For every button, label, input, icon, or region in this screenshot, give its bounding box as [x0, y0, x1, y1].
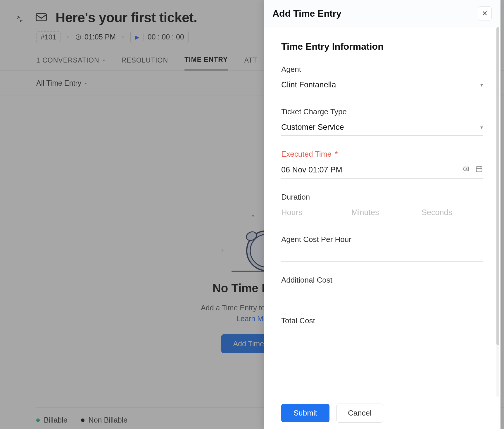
duration-label: Duration [281, 193, 483, 202]
charge-label: Ticket Charge Type [281, 107, 483, 116]
hours-input[interactable] [281, 208, 343, 217]
agent-value: Clint Fontanella [281, 80, 336, 89]
executed-time-value: 06 Nov 01:07 PM [281, 165, 342, 174]
charge-type-field: Ticket Charge Type Customer Service ▾ [281, 107, 483, 136]
agent-cost-label: Agent Cost Per Hour [281, 235, 483, 244]
total-cost-label: Total Cost [281, 316, 483, 325]
agent-cost-field: Agent Cost Per Hour [281, 235, 483, 262]
add-time-entry-panel: Add Time Entry ✕ Time Entry Information … [264, 0, 500, 429]
additional-cost-label: Additional Cost [281, 276, 483, 285]
close-icon: ✕ [482, 9, 488, 18]
executed-time-input[interactable]: 06 Nov 01:07 PM [281, 163, 483, 179]
executed-time-label: Executed Time * [281, 150, 483, 159]
chevron-down-icon: ▾ [480, 82, 483, 88]
seconds-input[interactable] [422, 208, 483, 217]
additional-cost-input[interactable] [281, 289, 483, 302]
clear-input-icon[interactable] [462, 165, 470, 175]
total-cost-field: Total Cost [281, 316, 483, 325]
duration-field: Duration [281, 193, 483, 221]
charge-type-select[interactable]: Customer Service ▾ [281, 121, 483, 136]
executed-time-field: Executed Time * 06 Nov 01:07 PM [281, 150, 483, 179]
charge-value: Customer Service [281, 123, 344, 132]
agent-field: Agent Clint Fontanella ▾ [281, 65, 483, 93]
panel-header: Add Time Entry ✕ [264, 0, 500, 27]
panel-title: Add Time Entry [272, 8, 341, 19]
submit-button[interactable]: Submit [281, 404, 329, 422]
cancel-button[interactable]: Cancel [336, 404, 383, 423]
agent-cost-input[interactable] [281, 249, 483, 261]
chevron-down-icon: ▾ [480, 124, 483, 131]
additional-cost-field: Additional Cost [281, 276, 483, 302]
agent-select[interactable]: Clint Fontanella ▾ [281, 79, 483, 93]
scrollbar-thumb[interactable] [496, 27, 499, 345]
close-button[interactable]: ✕ [478, 6, 492, 20]
required-star-icon: * [335, 150, 338, 158]
panel-footer: Submit Cancel [264, 397, 500, 429]
section-title: Time Entry Information [281, 41, 483, 52]
calendar-icon[interactable] [475, 165, 483, 175]
minutes-input[interactable] [351, 208, 413, 217]
agent-label: Agent [281, 65, 483, 74]
panel-body[interactable]: Time Entry Information Agent Clint Fonta… [264, 27, 500, 397]
svg-rect-10 [476, 167, 482, 172]
field-label-text: Executed Time [281, 150, 332, 158]
